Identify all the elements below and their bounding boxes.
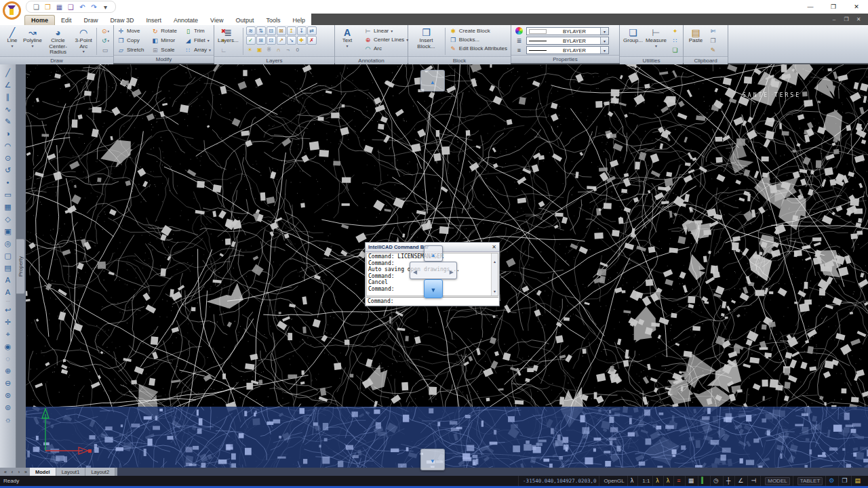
center-lines-button[interactable]: ⊕ Center Lines ▾	[363, 35, 410, 44]
zoom-all-button[interactable]: ⊛	[1, 389, 16, 401]
image-tool-button[interactable]: ▦	[1, 201, 16, 213]
layer-state-button[interactable]: 0	[294, 45, 302, 54]
layer-tool-button[interactable]: ⊡	[267, 36, 276, 45]
window-arrange-button[interactable]: ❐	[838, 476, 851, 486]
sheet-tab[interactable]: Layout2	[85, 468, 115, 476]
tablet-button[interactable]: TABLET	[793, 476, 826, 486]
layer-tool-button[interactable]: ↗	[277, 36, 286, 45]
lineweight-toggle[interactable]: ≡	[673, 476, 684, 486]
region-tool-button[interactable]: ▣	[1, 225, 16, 237]
layer-tool-button[interactable]: ↧	[297, 26, 307, 35]
zoom-in-button[interactable]: ⊕	[1, 365, 16, 377]
rectangle-tool-button[interactable]: ▭	[1, 188, 16, 201]
menu-tab[interactable]: Annotate	[167, 16, 204, 25]
sketch-tool-button[interactable]: ✎	[1, 115, 16, 127]
mdi-restore-button[interactable]: ❐	[842, 16, 850, 22]
layer-tool-button[interactable]: ✓	[246, 36, 256, 45]
lineweight-combo[interactable]: BYLAYER	[526, 46, 609, 54]
pan-tool-button[interactable]: ✛	[1, 316, 16, 328]
utility-tool-button[interactable]: ❏	[669, 45, 681, 54]
dock-target-top[interactable]	[420, 70, 445, 92]
chevron-down-icon[interactable]	[600, 37, 608, 44]
layer-tool-button[interactable]: ✗	[307, 36, 317, 45]
close-button[interactable]: ✕	[845, 1, 868, 12]
restore-button[interactable]: ❐	[822, 1, 845, 12]
settings-button[interactable]: ⚙	[825, 476, 838, 486]
layer-state-button[interactable]: ¬	[284, 45, 292, 54]
properties-panel-tab[interactable]: Property	[16, 239, 25, 294]
three-point-arc-button[interactable]: ◠ 3-Point Arc ▾	[73, 26, 94, 56]
chevron-down-icon[interactable]	[600, 47, 608, 54]
circle-tool-button[interactable]: ◑	[1, 127, 16, 140]
menu-tab[interactable]: Output	[229, 16, 260, 25]
arc-dimension-button[interactable]: ◠ Arc	[363, 44, 410, 53]
menu-tab[interactable]: Draw	[78, 16, 104, 25]
snap-indicator[interactable]: ▍	[698, 476, 710, 486]
layer-tool-button[interactable]: ⊠	[277, 26, 286, 35]
annotation-visibility-button[interactable]: λ	[652, 476, 663, 486]
timer-button[interactable]: ◷	[710, 476, 723, 486]
mdi-minimize-button[interactable]: –	[830, 16, 838, 22]
polyline-button[interactable]: ↝ Polyline ▾	[22, 26, 43, 56]
ortho-button[interactable]: ⊣	[747, 476, 760, 486]
menu-tab[interactable]: Edit	[55, 16, 78, 25]
stretch-button[interactable]: ▱ Stretch	[116, 45, 147, 54]
messages-button[interactable]: ▤	[851, 476, 865, 486]
view-previous-button[interactable]: ↩	[1, 304, 16, 316]
wipeout-tool-button[interactable]: ▢	[1, 249, 16, 262]
utility-tool-button[interactable]: ∷	[669, 36, 681, 45]
line-tool-button[interactable]: ╱	[1, 66, 16, 79]
ellipse-tool-button[interactable]: ⊙	[1, 152, 16, 164]
text-tool-button[interactable]: A	[1, 274, 16, 286]
close-icon[interactable]: ✕	[492, 244, 496, 250]
model-space-button[interactable]: MODEL	[760, 476, 792, 486]
clipboard-tool-button[interactable]: ❐	[707, 36, 719, 45]
color-combo[interactable]: BYLAYER	[526, 27, 609, 35]
dock-target-bottom[interactable]	[420, 449, 445, 470]
property-tool-button[interactable]: ≡	[513, 45, 525, 54]
insert-block-button[interactable]: ❒ Insert Block...	[410, 26, 442, 56]
layer-tool-button[interactable]: ≋	[246, 26, 256, 35]
sheet-tab[interactable]: Model	[30, 468, 56, 476]
polyline-tool-button[interactable]: ∠	[1, 79, 16, 91]
auto-annotation-button[interactable]: λ	[663, 476, 674, 486]
revision-cloud-button[interactable]: ↺ ▾	[100, 36, 111, 45]
scroll-up-icon[interactable]	[494, 253, 496, 266]
utility-tool-button[interactable]: ✦	[669, 26, 681, 35]
save-button[interactable]: ▦	[54, 2, 64, 12]
scale-button[interactable]: ⊞ Scale	[150, 45, 180, 54]
group-button[interactable]: ❏ Group...	[622, 26, 644, 56]
layer-tool-button[interactable]: ✚	[297, 36, 307, 45]
polygon-tool-button[interactable]: ◇	[1, 213, 16, 225]
blocks-button[interactable]: ❐ Blocks...	[448, 35, 509, 44]
layer-tool-button[interactable]: ⇅	[256, 26, 266, 35]
layer-tool-button[interactable]: ⊞	[256, 36, 266, 45]
command-scrollbar[interactable]	[491, 253, 498, 296]
property-tool-button[interactable]	[513, 26, 525, 35]
zoom-realtime-button[interactable]: ⌖	[1, 328, 16, 340]
scroll-down-icon[interactable]	[494, 283, 496, 296]
line-button[interactable]: ╱ Line ▾	[2, 26, 22, 56]
layer-tool-button[interactable]: ↘	[287, 36, 296, 45]
redo-button[interactable]: ↷	[89, 2, 99, 12]
layer-tool-button[interactable]: ⊟	[267, 26, 276, 35]
point-tool-button[interactable]: •	[1, 176, 16, 188]
daylight-button[interactable]: ☼	[1, 413, 16, 426]
dock-guide-middle[interactable]	[410, 262, 457, 279]
revision-cloud-tool-button[interactable]: ↺	[1, 164, 16, 176]
dock-guide-top[interactable]	[424, 245, 443, 262]
clipboard-tool-button[interactable]: ✄	[707, 26, 719, 35]
last-sheet-button[interactable]: »	[22, 470, 29, 474]
sheet-tab[interactable]: Layout1	[56, 468, 86, 476]
chevron-down-icon[interactable]	[600, 28, 608, 35]
renderer-label[interactable]: OpenGL	[599, 476, 627, 486]
layer-tool-button[interactable]: ↥	[287, 26, 296, 35]
ellipse-button[interactable]: ⊙ ▾	[100, 26, 111, 35]
spline-tool-button[interactable]: ∿	[1, 103, 16, 115]
menu-tab[interactable]: Home	[24, 15, 55, 25]
menu-tab[interactable]: Tools	[260, 16, 287, 25]
next-sheet-button[interactable]: ›	[16, 470, 22, 474]
app-logo-icon[interactable]	[3, 1, 21, 20]
mdi-close-button[interactable]: ✕	[854, 16, 863, 22]
property-tool-button[interactable]: ≣	[513, 36, 525, 45]
